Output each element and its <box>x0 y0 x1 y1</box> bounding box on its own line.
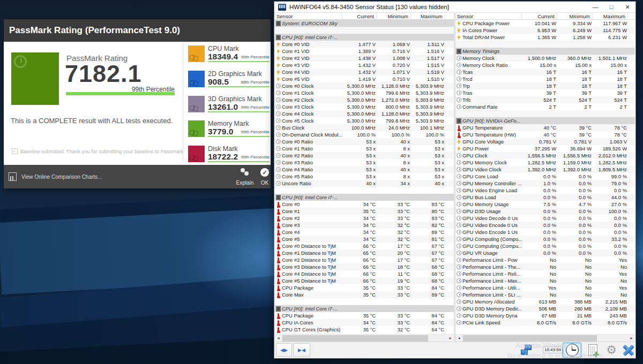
sensor-row[interactable]: Core #4 Distance to TjM 66 °C11 °C68 °C <box>275 270 454 277</box>
sensor-row[interactable]: Core #4 Ratio 53 x40 x53 x <box>275 166 454 173</box>
sensor-row[interactable]: Core #4 34 °C32 °C89 °C <box>275 229 454 236</box>
sensor-row[interactable]: Trfc 524 T524 T524 T <box>455 96 635 103</box>
sensor-row[interactable]: GPU Temperature 40 °C39 °C78 °C <box>455 124 635 131</box>
sensor-row[interactable]: GPU Memory Allocated 613 MB388 MB2,215 M… <box>455 298 635 305</box>
sensor-row[interactable]: Bus Clock 100.0 MHz24.0 MHz100.1 MHz <box>275 124 454 131</box>
sensor-row[interactable]: Trcd 18 T18 T18 T <box>455 75 635 82</box>
sensor-row[interactable]: GPU Temperature (HW) 40 °C39 °C78 °C <box>455 131 635 138</box>
col-maximum[interactable]: Maximum <box>593 13 628 19</box>
scroll-left-arrow[interactable]: ◂ <box>455 335 462 342</box>
sensor-row[interactable]: Core #3 VID 1.432 V0.720 V1.515 V <box>275 62 454 69</box>
sensor-row[interactable]: Core #2 VID 1.438 V1.008 V1.517 V <box>275 55 454 62</box>
exit-button[interactable] <box>621 343 636 358</box>
sensor-row[interactable]: GPU Video Engine Load 0.0 %0.0 %0.0 % <box>455 187 635 194</box>
expand-columns-button[interactable]: ◀▶ <box>276 343 292 357</box>
col-maximum[interactable]: Maximum <box>411 13 445 19</box>
sensor-row[interactable]: GPU Computing (Compu... 0.0 %0.0 %33.2 % <box>455 236 635 242</box>
sensor-row[interactable]: Core #0 Clock 5,300.0 MHz1,128.0 MHz5,30… <box>275 82 454 89</box>
ok-button[interactable]: ✓OK <box>257 168 273 186</box>
sensor-row[interactable]: Core #1 Clock 5,300.0 MHz799.6 MHz5,303.… <box>275 89 454 96</box>
sensor-row[interactable]: Command Rate 2 T2 T2 T <box>455 103 635 110</box>
sensor-row[interactable]: Core #5 Distance to TjM 66 °C19 °C68 °C <box>275 277 454 284</box>
sensor-row[interactable]: Core #0 34 °C33 °C83 °C <box>275 201 454 208</box>
sensor-row[interactable]: GPU D3D Memory Dedic... 506 MB280 MB2,10… <box>455 305 635 312</box>
hwinfo-titlebar[interactable]: HWiNFO64 v5.84-3450 Sensor Status [130 v… <box>274 2 635 13</box>
col-minimum[interactable]: Minimum <box>557 13 593 19</box>
scroll-thumb[interactable] <box>282 335 428 342</box>
col-current[interactable]: Current <box>522 13 557 19</box>
sensor-row[interactable]: Performance Limit - Pow NoNoYes <box>455 256 635 263</box>
sensor-row[interactable]: GPU Video Decode 0 Us 0.0 %0.0 %0.0 % <box>455 215 635 222</box>
sensor-row[interactable]: Core #2 34 °C33 °C83 °C <box>275 215 454 222</box>
sensor-row[interactable]: Core #4 VID 1.432 V1.071 V1.519 V <box>275 69 454 75</box>
sensor-row[interactable]: Performance Limit - Max... NoNoNo <box>455 277 635 284</box>
maximize-button[interactable]: □ <box>603 2 619 12</box>
sensor-row[interactable]: Core #3 34 °C32 °C82 °C <box>275 222 454 229</box>
explain-button[interactable]: Explain <box>234 168 256 186</box>
sensor-row[interactable]: CPU Package 35 °C33 °C84 °C <box>275 284 454 291</box>
sensor-row[interactable]: GPU D3D Memory Dyna 67 MB21 MB243 MB <box>455 312 635 319</box>
sensor-row[interactable]: Core #2 Clock 5,300.0 MHz1,272.0 MHz5,30… <box>275 96 454 103</box>
sensor-row[interactable]: Performance Limit - Reli... NoNoYes <box>455 270 635 277</box>
scroll-left-arrow[interactable]: ◂ <box>275 335 282 342</box>
sensor-row[interactable]: Core #3 Distance to TjM 66 °C18 °C68 °C <box>275 263 454 270</box>
view-online-comparison-link[interactable]: View Online Comparison Charts... <box>21 174 102 180</box>
sensor-row[interactable]: Core #0 VID 1.477 V1.069 V1.511 V <box>275 41 454 48</box>
scroll-right-arrow[interactable]: ▸ <box>447 335 454 342</box>
sensor-row[interactable]: Core #5 34 °C32 °C81 °C <box>275 236 454 242</box>
sensor-row[interactable]: Core #3 Ratio 53 x8 x53 x <box>275 159 454 166</box>
sensor-row[interactable]: GPU Memory Usage 7.5 %4.7 %27.0 % <box>455 201 635 208</box>
scroll-thumb[interactable] <box>463 335 597 342</box>
sensor-row[interactable]: CPU Package Power 10.041 W9.334 W117.967… <box>455 20 635 27</box>
sensor-row[interactable]: GPU Video Clock 1,392.0 MHz1,392.0 MHz1,… <box>455 166 635 173</box>
sensor-row[interactable]: GPU Bus Load 0.0 %0.0 %44.0 % <box>455 194 635 201</box>
minimize-button[interactable]: — <box>587 2 603 12</box>
sensor-row[interactable]: Memory Clock Ratio 15.00 x15.00 x15.00 x <box>455 62 635 69</box>
sensor-row[interactable]: Core Max 35 °C33 °C89 °C <box>275 291 454 298</box>
sensor-row[interactable]: Core #5 Ratio 53 x8 x53 x <box>275 173 454 180</box>
sensor-row[interactable]: Core #2 Ratio 53 x40 x53 x <box>275 152 454 159</box>
sensor-row[interactable]: CPU Package 35 °C33 °C84 °C <box>275 312 454 319</box>
sensor-row[interactable]: GPU Computing (Compu... 0.0 %0.0 %0.0 % <box>455 242 635 249</box>
sensor-row[interactable]: GPU D3D Usage 0.0 %0.0 %100.0 % <box>455 208 635 215</box>
sensor-row[interactable]: Core #0 Ratio 53 x40 x53 x <box>275 138 454 145</box>
sensor-row[interactable]: Trp 18 T18 T18 T <box>455 82 635 89</box>
sensor-row[interactable]: GPU Core Load 0.0 %0.0 %99.0 % <box>455 173 635 180</box>
sensor-row[interactable]: Total DRAM Power 1.365 W1.258 W6.231 W <box>455 34 635 41</box>
baseline-checkbox[interactable]: ✓ <box>12 148 18 154</box>
sensor-row[interactable]: GPU Power 37.295 W36.694 W189.526 W <box>455 145 635 152</box>
settings-button[interactable]: ⚙ <box>603 343 620 358</box>
scroll-right-arrow[interactable]: ▸ <box>628 335 635 342</box>
sensor-row[interactable]: Core #5 Clock 5,300.0 MHz799.8 MHz5,303.… <box>275 117 454 124</box>
sensor-row[interactable]: Core #3 Clock 5,300.0 MHz800.0 MHz5,303.… <box>275 103 454 110</box>
col-minimum[interactable]: Minimum <box>377 13 411 19</box>
sensor-row[interactable]: CPU GT Cores (Graphics) 35 °C32 °C64 °C <box>275 326 454 333</box>
sensor-row[interactable]: IA Cores Power 6.953 W6.249 W114.775 W <box>455 27 635 34</box>
sensor-row[interactable]: PCIe Link Speed 8.0 GT/s8.0 GT/s8.0 GT/s <box>455 319 635 326</box>
sensor-row[interactable]: Uncore Ratio 40 x34 x40 x <box>275 180 454 187</box>
sensor-row[interactable]: GPU Video Encode 1 Us 0.0 %0.0 %0.0 % <box>455 229 635 236</box>
sensor-row[interactable]: Core #2 Distance to TjM 66 °C17 °C67 °C <box>275 256 454 263</box>
sensor-row[interactable]: GPU Memory Clock 1,282.5 MHz1,159.0 MHz1… <box>455 159 635 166</box>
sensor-row[interactable]: Core #1 VID 1.389 V0.716 V1.516 V <box>275 48 454 55</box>
sensor-row[interactable]: Core #1 Distance to TjM 65 °C20 °C67 °C <box>275 249 454 256</box>
sensor-row[interactable]: Core #1 35 °C33 °C80 °C <box>275 208 454 215</box>
close-button[interactable]: ✕ <box>619 2 635 12</box>
col-sensor[interactable]: Sensor <box>455 13 522 19</box>
sensor-row[interactable]: Tras 39 T39 T39 T <box>455 89 635 96</box>
sensor-row[interactable]: GPU Clock 1,556.5 MHz1,556.5 MHz2,012.0 … <box>455 152 635 159</box>
col-sensor[interactable]: Sensor <box>275 13 342 19</box>
sensor-row[interactable]: Memory Clock 1,500.0 MHz360.0 MHz1,501.1… <box>455 55 635 62</box>
sensor-row[interactable]: GPU Memory Controller ... 1.0 %0.0 %79.0… <box>455 180 635 187</box>
sensor-row[interactable]: GPU Video Encode 0 Us 0.0 %0.0 %0.0 % <box>455 222 635 229</box>
sensor-row[interactable]: Tcas 16 T16 T16 T <box>455 69 635 75</box>
sensor-row[interactable]: Core #4 Clock 5,300.0 MHz1,128.0 MHz5,30… <box>275 110 454 117</box>
horizontal-scrollbar[interactable]: ◂ ▸ <box>455 334 635 342</box>
sensor-row[interactable]: GPU Core Voltage 0.781 V0.781 V1.063 V <box>455 138 635 145</box>
sensor-row[interactable]: Core #1 Ratio 53 x8 x53 x <box>275 145 454 152</box>
sensor-row[interactable]: GPU VR Usage 0.0 %0.0 %0.0 % <box>455 249 635 256</box>
sensor-row[interactable]: CPU IA Cores 34 °C33 °C84 °C <box>275 319 454 326</box>
sensor-row[interactable]: On-Demand Clock Modul... 100.0 %100.0 %1… <box>275 131 454 138</box>
col-current[interactable]: Current <box>342 13 377 19</box>
collapse-columns-button[interactable]: ▶◀ <box>293 343 310 357</box>
